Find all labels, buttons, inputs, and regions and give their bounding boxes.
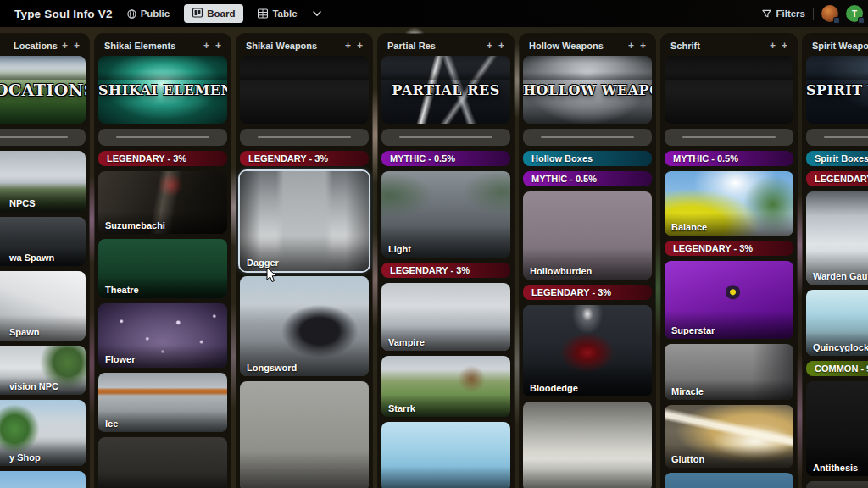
card-image[interactable] [665,473,793,488]
list-cover-card-hollow-weapons[interactable]: HOLLOW WEAPONS [523,56,652,124]
card-vampire[interactable]: Vampire [381,283,510,351]
card-divider[interactable] [98,129,227,146]
card-ice[interactable]: Ice [98,373,227,432]
card-label: wa Spawn [9,252,54,263]
list-collapse-icon[interactable]: + [487,41,492,51]
card-theatre[interactable]: Theatre [98,239,227,298]
list-collapse-icon[interactable]: + [345,41,351,51]
list-menu-icon[interactable]: + [215,41,221,51]
card-bloodedge[interactable]: Bloodedge [523,305,652,396]
list-cover-card-shikai-weapons[interactable] [240,56,369,124]
card-divider[interactable] [665,129,793,146]
card-image[interactable] [240,381,369,488]
list-schrift: Schrift++MYTHIC - 0.5%BalanceLEGENDARY -… [661,34,797,488]
filters-button[interactable]: Filters [762,8,805,19]
card-divider[interactable] [523,129,652,146]
visibility-button[interactable]: Public [127,8,170,19]
member-avatar-t[interactable]: T [846,5,863,22]
card-dagger[interactable]: Dagger [240,171,369,271]
card-divider[interactable] [0,129,86,146]
list-shikai-elements: Shikai Elements++SHIKAI ELEMENTSLEGENDAR… [95,34,231,488]
card-y-shop[interactable]: y Shop [0,400,86,466]
list-hollow-weapons: Hollow Weapons++HOLLOW WEAPONSHollow Box… [520,34,655,488]
list-menu-icon[interactable]: + [782,41,787,51]
banner-card-legendary-3[interactable]: LEGENDARY - 3% [665,241,793,256]
list-menu-icon[interactable]: + [640,41,646,51]
card-label: Bloodedge [530,383,578,393]
view-board-button[interactable]: Board [184,4,243,23]
card-flower[interactable]: Flower [98,303,227,368]
banner-card-hollow-boxes[interactable]: Hollow Boxes [523,151,652,166]
list-title[interactable]: Shikai Weapons [246,41,317,51]
list-cover-card-partial-res[interactable]: PARTIAL RES [381,56,510,124]
card-starrk[interactable]: Starrk [381,356,510,417]
list-menu-icon[interactable]: + [498,41,504,51]
banner-card-mythic-0-5[interactable]: MYTHIC - 0.5% [665,151,793,166]
list-title[interactable]: Spirit Weapons [812,41,868,51]
card-suzumebachi[interactable]: Suzumebachi [98,171,227,234]
banner-card-spirit-boxes[interactable]: Spirit Boxes [806,151,868,166]
list-title[interactable]: Schrift [670,41,700,51]
banner-card-common-97[interactable]: COMMON - 97% [806,361,868,376]
card-divider[interactable] [240,129,369,146]
list-cover-card-locations[interactable]: LOCATIONS [0,56,86,124]
cover-art-title: HOLLOW WEAPONS [523,82,652,98]
list-title[interactable]: Partial Res [387,41,436,51]
card-image[interactable] [806,481,868,488]
banner-label: Spirit Boxes [815,153,868,164]
banner-card-mythic-0-5[interactable]: MYTHIC - 0.5% [381,151,510,166]
views-chevron-down-icon[interactable] [312,10,322,17]
card-superstar[interactable]: Superstar [665,261,793,339]
list-header: Shikai Weapons++ [240,34,369,56]
card-quincyglock[interactable]: Quincyglock [806,290,868,356]
list-cover-card-spirit-weapons[interactable]: SPIRIT WEAPONS [806,56,868,124]
member-avatar[interactable] [821,5,838,22]
list-actions: ++ [628,41,646,51]
card-image[interactable] [381,422,510,488]
banner-card-legendary-3[interactable]: LEGENDARY - 3% [98,151,227,166]
card-spawn[interactable]: Spawn [0,271,86,341]
divider-line [824,136,868,138]
avatar-badge [858,17,865,24]
card-label: Superstar [671,325,715,336]
list-title[interactable]: Shikai Elements [104,41,175,51]
card-antithesis[interactable]: Antithesis [806,381,868,476]
list-cover-card-schrift[interactable] [665,56,793,124]
card-glutton[interactable]: Glutton [665,405,793,468]
banner-card-legendary-3[interactable]: LEGENDARY - 3% [381,263,510,278]
card-npcs[interactable]: NPCS [0,151,86,212]
card-balance[interactable]: Balance [665,171,793,236]
banner-card-legendary-3[interactable]: LEGENDARY - 3% [240,151,369,166]
banner-card-legendary-3[interactable]: LEGENDARY - 3% [806,171,868,186]
list-collapse-icon[interactable]: + [628,41,634,51]
list-title[interactable]: Locations [0,41,58,51]
card-image[interactable] [98,437,227,488]
cover-art-title: SPIRIT WEAPONS [806,82,868,98]
card-divider[interactable] [381,129,510,146]
card-longsword[interactable]: Longsword [240,276,369,376]
card-image[interactable] [0,471,86,488]
card-vision-npc[interactable]: vision NPC [0,346,86,395]
card-warden-gauntlet[interactable]: Warden Gauntlet [806,191,868,285]
banner-card-mythic-0-5[interactable]: MYTHIC - 0.5% [523,171,652,186]
card-light[interactable]: Light [381,171,510,258]
card-hollowburden[interactable]: Hollowburden [523,191,652,280]
banner-card-legendary-3[interactable]: LEGENDARY - 3% [523,285,652,300]
list-collapse-icon[interactable]: + [770,41,776,51]
card-label: Warden Gauntlet [813,271,868,281]
card-divider[interactable] [806,129,868,146]
list-menu-icon[interactable]: + [74,41,80,51]
list-collapse-icon[interactable]: + [62,41,68,51]
list-cover-card-shikai-elements[interactable]: SHIKAI ELEMENTS [98,56,227,124]
cover-art-title: LOCATIONS [0,80,86,99]
card-wa-spawn[interactable]: wa Spawn [0,217,86,266]
card-miracle[interactable]: Miracle [665,344,793,400]
banner-label: MYTHIC - 0.5% [390,153,455,164]
view-table-button[interactable]: Table [258,8,297,19]
list-collapse-icon[interactable]: + [203,41,209,51]
list-menu-icon[interactable]: + [357,41,363,51]
card-image[interactable] [523,402,652,488]
list-shikai-weapons: Shikai Weapons++LEGENDARY - 3%DaggerLong… [236,34,372,488]
list-title[interactable]: Hollow Weapons [529,41,604,51]
board-view-label: Board [207,8,235,19]
